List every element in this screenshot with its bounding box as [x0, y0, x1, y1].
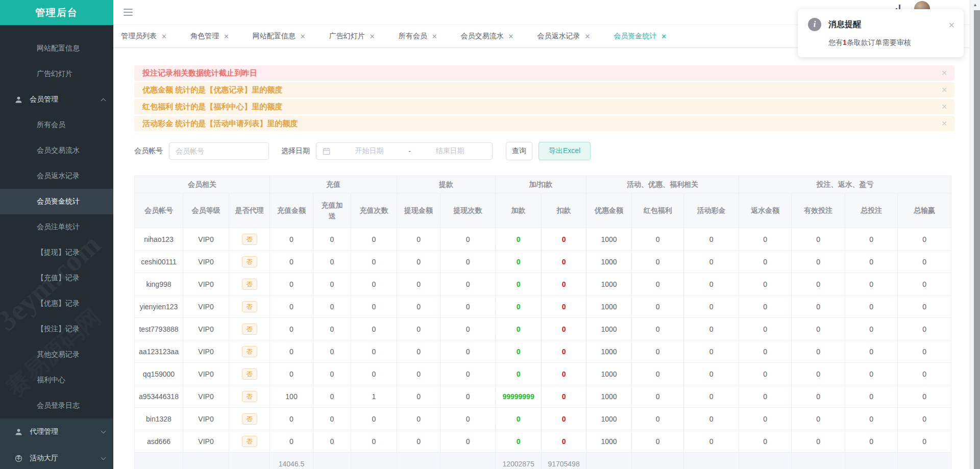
sidebar-item[interactable]: 代理管理 [0, 418, 113, 445]
cell-value: 99999999 [496, 385, 542, 408]
tab-网站配置信息[interactable]: 网站配置信息✕ [253, 32, 306, 41]
group-header: 投注、返水、盈亏 [739, 176, 951, 193]
scrollbar-thumb[interactable] [974, 10, 980, 469]
date-start-placeholder[interactable]: 开始日期 [333, 146, 405, 156]
message-prefix: 您有 [828, 38, 843, 46]
cell-value: 0 [845, 295, 898, 318]
tab-管理员列表[interactable]: 管理员列表✕ [121, 32, 167, 41]
tab-close-icon[interactable]: ✕ [661, 33, 667, 40]
summary-value [739, 453, 792, 469]
summary-value [632, 453, 684, 469]
sidebar-item-label: 会员资金统计 [37, 197, 80, 206]
tab-会员返水记录[interactable]: 会员返水记录✕ [537, 32, 590, 41]
tab-close-icon[interactable]: ✕ [584, 33, 590, 40]
sidebar-item[interactable]: 【提现】记录 [0, 240, 113, 265]
sidebar-item[interactable]: 活动大厅 [0, 445, 113, 469]
column-header: 提现金额 [397, 193, 440, 228]
tab-close-icon[interactable]: ✕ [432, 33, 437, 40]
tab-close-icon[interactable]: ✕ [370, 33, 375, 40]
cell-account: aa123123aa [135, 340, 183, 363]
sidebar-item[interactable]: 会员返水记录 [0, 163, 113, 189]
alert-close-icon[interactable]: ✕ [941, 69, 947, 77]
date-range-picker[interactable]: 开始日期 - 结束日期 [316, 142, 493, 160]
scrollbar-up-arrow[interactable]: ▲ [970, 0, 980, 9]
cell-value: 0 [496, 318, 542, 340]
cell-account: asd666 [135, 430, 183, 453]
agent-badge: 否 [242, 436, 257, 447]
cell-value: 0 [351, 408, 397, 430]
tab-close-icon[interactable]: ✕ [508, 33, 514, 40]
cell-value: 0 [397, 385, 440, 408]
tab-会员资金统计[interactable]: 会员资金统计✕ [614, 32, 667, 41]
cell-value: 0 [542, 385, 586, 408]
gift-icon [14, 454, 23, 463]
column-header: 充值加送 [313, 193, 351, 228]
sidebar-item[interactable]: 会员登录日志 [0, 393, 113, 418]
sidebar-item[interactable]: 【优惠】记录 [0, 291, 113, 316]
column-header: 有效投注 [792, 193, 845, 228]
sidebar-item[interactable]: 【充值】记录 [0, 265, 113, 291]
table-row: bin1328VIP0否00000001000000000 [135, 408, 951, 430]
summary-value [351, 453, 397, 469]
cell-value: 0 [542, 295, 586, 318]
cell-value: 0 [397, 340, 440, 363]
alert-close-icon[interactable]: ✕ [941, 119, 947, 128]
tab-所有会员[interactable]: 所有会员✕ [399, 32, 437, 41]
tab-会员交易流水[interactable]: 会员交易流水✕ [461, 32, 514, 41]
tab-label: 会员返水记录 [537, 32, 580, 41]
cell-value: 0 [739, 228, 792, 251]
sidebar-item-label: 【投注】记录 [37, 325, 80, 334]
cell-value: 0 [632, 430, 684, 453]
group-header: 加/扣款 [496, 176, 586, 193]
alert-close-icon[interactable]: ✕ [941, 86, 947, 94]
sidebar-item-label: 网站配置信息 [37, 44, 80, 53]
sidebar-item[interactable]: 其他交易记录 [0, 342, 113, 367]
tab-close-icon[interactable]: ✕ [300, 33, 306, 40]
cell-value: 0 [351, 273, 397, 295]
app-logo: 管理后台 [0, 0, 113, 25]
date-end-placeholder[interactable]: 结束日期 [414, 146, 486, 156]
sidebar-item[interactable]: 会员资金统计 [0, 189, 113, 214]
sidebar-item[interactable]: 【投注】记录 [0, 316, 113, 342]
sidebar-item[interactable]: 福利中心 [0, 367, 113, 393]
cell-value: 0 [270, 340, 313, 363]
cell-account: qq159000 [135, 363, 183, 385]
cell-agent: 否 [229, 273, 270, 295]
cell-value: 0 [792, 340, 845, 363]
table-row: a953446318VIP0否1000100999999990100000000… [135, 385, 951, 408]
sidebar-item[interactable]: 网站配置信息 [0, 36, 113, 61]
sidebar-item[interactable]: 所有会员 [0, 112, 113, 138]
cell-value: 0 [845, 318, 898, 340]
cell-value: 1 [351, 385, 397, 408]
cell-value: 0 [313, 340, 351, 363]
tab-广告幻灯片[interactable]: 广告幻灯片✕ [329, 32, 375, 41]
export-excel-button[interactable]: 导出Excel [538, 142, 591, 160]
cell-agent: 否 [229, 363, 270, 385]
tab-close-icon[interactable]: ✕ [224, 33, 229, 40]
query-button[interactable]: 查询 [506, 142, 532, 160]
cell-value: 0 [845, 340, 898, 363]
table-body: nihao123VIP0否00000001000000000ceshi00111… [135, 228, 951, 469]
sidebar-item[interactable]: 会员注单统计 [0, 214, 113, 240]
hamburger-menu-icon[interactable] [124, 9, 133, 18]
cell-value: 0 [270, 251, 313, 273]
cell-value: 0 [684, 363, 739, 385]
cell-value: 1000 [586, 228, 632, 251]
tab-角色管理[interactable]: 角色管理✕ [190, 32, 229, 41]
cell-value: 0 [845, 251, 898, 273]
account-input[interactable] [169, 142, 269, 160]
cell-agent: 否 [229, 318, 270, 340]
cell-value: 0 [397, 295, 440, 318]
page-scrollbar[interactable]: ▲ [970, 0, 980, 469]
cell-agent: 否 [229, 228, 270, 251]
tab-close-icon[interactable]: ✕ [161, 33, 167, 40]
sidebar-item-label: 【优惠】记录 [37, 299, 80, 308]
sidebar-item[interactable]: 会员管理 [0, 87, 113, 112]
cell-value: 0 [898, 228, 951, 251]
sidebar-item-label: 活动大厅 [30, 454, 58, 463]
sidebar-item[interactable]: 广告幻灯片 [0, 61, 113, 87]
alert-close-icon[interactable]: ✕ [941, 103, 947, 111]
cell-value: 0 [351, 430, 397, 453]
notification-close-icon[interactable]: ✕ [948, 20, 955, 30]
sidebar-item[interactable]: 会员交易流水 [0, 138, 113, 163]
